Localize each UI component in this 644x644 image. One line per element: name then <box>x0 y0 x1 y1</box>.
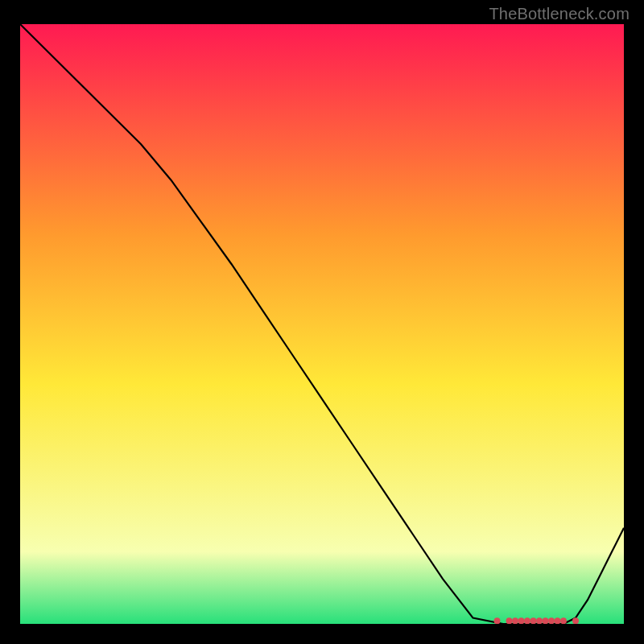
marker-point <box>530 617 537 624</box>
marker-point <box>543 617 549 624</box>
attribution-text: TheBottleneck.com <box>489 5 630 23</box>
marker-point <box>506 617 513 624</box>
marker-point <box>548 617 555 624</box>
marker-point <box>555 617 561 624</box>
marker-point <box>524 617 530 624</box>
marker-point <box>512 617 518 624</box>
marker-point <box>572 617 579 624</box>
plot-area <box>20 24 624 624</box>
marker-point <box>560 617 567 624</box>
marker-point <box>536 617 543 624</box>
chart-root: TheBottleneck.com <box>0 0 644 644</box>
marker-point <box>518 617 525 624</box>
marker-point <box>494 617 501 624</box>
